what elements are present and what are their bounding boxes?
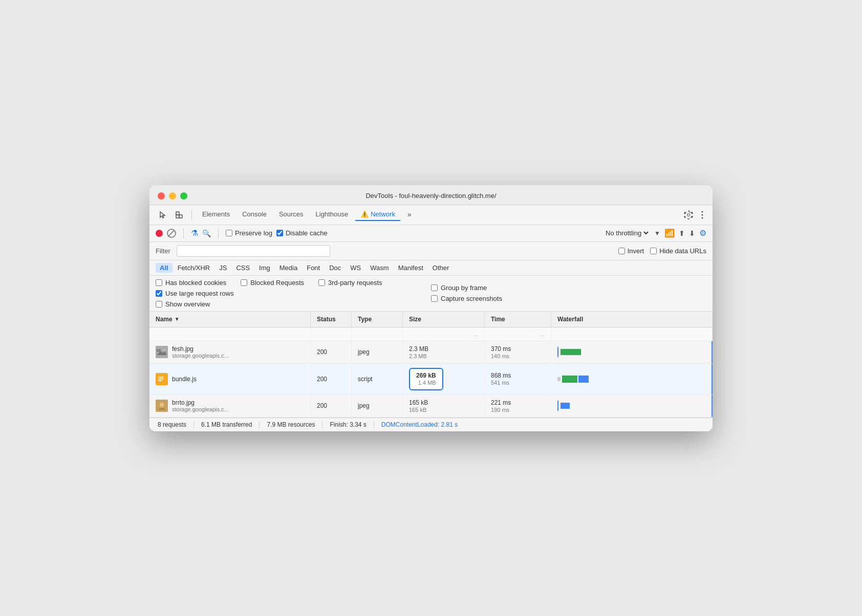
blue-line-bundle <box>712 364 713 394</box>
record-button[interactable] <box>156 230 163 237</box>
fesh-thumbnail <box>156 346 168 358</box>
table-row-partial[interactable]: ... ... <box>149 327 713 341</box>
svg-point-5 <box>702 217 703 218</box>
option-row-group: Group by frame <box>431 284 706 292</box>
maximize-button[interactable] <box>180 192 187 200</box>
bundle-waterfall-bar <box>557 374 706 384</box>
tab-lighthouse[interactable]: Lighthouse <box>311 208 354 221</box>
svg-rect-11 <box>158 378 163 379</box>
type-btn-img[interactable]: Img <box>255 263 274 273</box>
partial-type <box>352 327 403 341</box>
invert-label[interactable]: Invert <box>618 247 644 255</box>
blocked-requests-label: Blocked Requests <box>250 279 304 287</box>
brrto-waterfall-bar <box>557 401 706 411</box>
fesh-time: 370 ms 140 ms <box>485 341 551 363</box>
fesh-waterfall <box>551 341 713 363</box>
settings-gear-icon[interactable] <box>681 208 696 222</box>
table-row[interactable]: fesh.jpg storage.googleapis.c... 200 jpe… <box>149 341 713 364</box>
type-btn-doc[interactable]: Doc <box>325 263 345 273</box>
blocked-requests-checkbox[interactable] <box>241 279 247 286</box>
hide-data-urls-label[interactable]: Hide data URLs <box>650 247 706 255</box>
group-by-frame-checkbox[interactable] <box>431 284 438 291</box>
th-type[interactable]: Type <box>352 312 403 327</box>
bundle-status: 200 <box>311 364 352 394</box>
filter-icon[interactable]: ⚗ <box>191 228 198 238</box>
upload-icon[interactable]: ⬆ <box>679 229 685 237</box>
type-btn-ws[interactable]: WS <box>346 263 365 273</box>
blue-line <box>712 341 713 363</box>
group-by-frame-label: Group by frame <box>441 284 487 292</box>
type-btn-other[interactable]: Other <box>428 263 454 273</box>
preserve-log-label[interactable]: Preserve log <box>226 229 272 237</box>
tab-elements[interactable]: Elements <box>197 208 235 221</box>
fesh-status: 200 <box>311 341 352 363</box>
name-cell-bundle: bundle.js <box>149 364 311 394</box>
filter-input[interactable] <box>177 245 330 257</box>
hide-data-urls-checkbox[interactable] <box>650 248 657 254</box>
minimize-button[interactable] <box>169 192 176 200</box>
options-left: Has blocked cookies Blocked Requests 3rd… <box>156 279 431 308</box>
type-btn-css[interactable]: CSS <box>232 263 254 273</box>
th-size[interactable]: Size <box>403 312 485 327</box>
name-cell-fesh: fesh.jpg storage.googleapis.c... <box>149 341 311 363</box>
preserve-log-checkbox[interactable] <box>226 230 232 236</box>
name-cell-brrto: brrto.jpg storage.googleapis.c... <box>149 395 311 417</box>
disable-cache-checkbox[interactable] <box>276 230 283 236</box>
throttle-select[interactable]: No throttling <box>604 229 650 237</box>
th-waterfall[interactable]: Waterfall <box>551 312 713 327</box>
inspect-icon[interactable] <box>172 209 186 221</box>
invert-checkbox[interactable] <box>618 248 625 254</box>
option-row-overview: Show overview <box>156 300 431 308</box>
more-options-icon[interactable] <box>698 209 706 221</box>
cursor-icon[interactable] <box>156 209 170 221</box>
use-large-rows-checkbox[interactable] <box>156 290 162 297</box>
brrto-size: 165 kB 165 kB <box>403 395 485 417</box>
brrto-sub: storage.googleapis.c... <box>172 406 229 412</box>
th-status[interactable]: Status <box>311 312 352 327</box>
svg-rect-0 <box>176 212 179 215</box>
brrto-name: brrto.jpg <box>172 399 229 406</box>
type-btn-manifest[interactable]: Manifest <box>394 263 427 273</box>
option-row-screenshots: Capture screenshots <box>431 295 706 302</box>
disable-cache-label[interactable]: Disable cache <box>276 229 328 237</box>
table-row-brrto[interactable]: brrto.jpg storage.googleapis.c... 200 jp… <box>149 395 713 417</box>
tab-console[interactable]: Console <box>237 208 272 221</box>
clear-button[interactable] <box>167 229 176 238</box>
type-btn-media[interactable]: Media <box>275 263 301 273</box>
th-name[interactable]: Name ▼ <box>149 312 311 327</box>
partial-status <box>311 327 352 341</box>
download-icon[interactable]: ⬇ <box>689 229 695 237</box>
search-icon[interactable]: 🔍 <box>202 229 211 237</box>
show-overview-label: Show overview <box>165 300 210 308</box>
finish-time: Finish: 3.34 s <box>330 421 374 428</box>
type-btn-js[interactable]: JS <box>215 263 231 273</box>
table-header: Name ▼ Status Type Size Time Waterfall <box>149 312 713 327</box>
status-bar: 8 requests 6.1 MB transferred 7.9 MB res… <box>149 417 713 431</box>
table-row-bundle[interactable]: bundle.js 200 script 269 kB 1.4 MB 868 m… <box>149 364 713 395</box>
fesh-size: 2.3 MB 2.3 MB <box>403 341 485 363</box>
th-time[interactable]: Time <box>485 312 551 327</box>
options-bar: Has blocked cookies Blocked Requests 3rd… <box>149 276 713 312</box>
type-btn-all[interactable]: All <box>156 263 173 273</box>
transferred-size: 6.1 MB transferred <box>201 421 260 428</box>
third-party-checkbox[interactable] <box>318 279 325 286</box>
type-btn-fetchxhr[interactable]: Fetch/XHR <box>174 263 214 273</box>
type-btn-wasm[interactable]: Wasm <box>366 263 393 273</box>
type-filter-bar: All Fetch/XHR JS CSS Img Media Font Doc … <box>149 260 713 276</box>
show-overview-checkbox[interactable] <box>156 301 162 307</box>
fesh-sub: storage.googleapis.c... <box>172 353 229 359</box>
options-right: Group by frame Capture screenshots <box>431 284 706 302</box>
close-button[interactable] <box>158 192 165 200</box>
tab-network[interactable]: ⚠️ Network <box>355 208 400 221</box>
type-btn-font[interactable]: Font <box>303 263 324 273</box>
network-settings-icon[interactable]: ⚙ <box>699 228 706 238</box>
tab-more[interactable]: » <box>402 208 417 222</box>
network-table: Name ▼ Status Type Size Time Waterfall .… <box>149 312 713 417</box>
requests-count: 8 requests <box>158 421 194 428</box>
has-blocked-cookies-checkbox[interactable] <box>156 279 162 286</box>
devtools-window: DevTools - foul-heavenly-direction.glitc… <box>149 185 713 431</box>
tab-sources[interactable]: Sources <box>274 208 309 221</box>
capture-screenshots-checkbox[interactable] <box>431 295 438 302</box>
wifi-icon[interactable]: 📶 <box>664 228 675 238</box>
fesh-name: fesh.jpg <box>172 345 229 353</box>
